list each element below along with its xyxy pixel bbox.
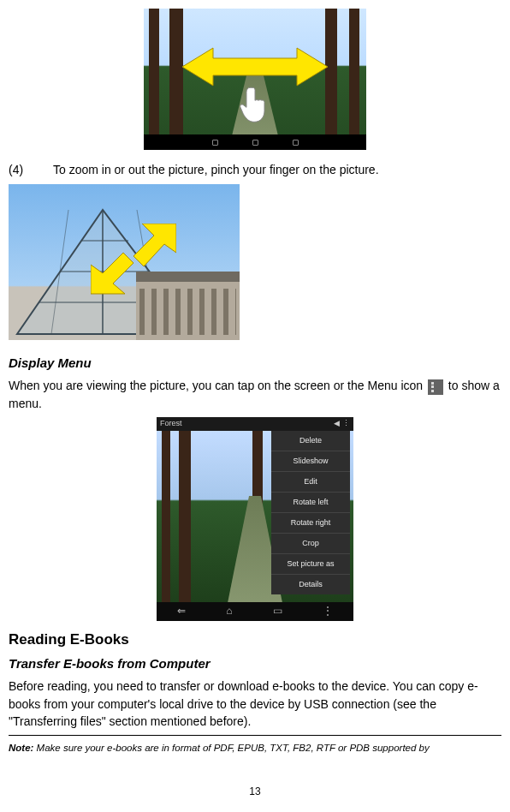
transfer-paragraph: Before reading, you need to transfer or … (9, 678, 501, 730)
step-text: To zoom in or out the picture, pinch you… (53, 161, 379, 178)
pinch-zoom-screenshot (9, 184, 240, 340)
android-nav-bar (144, 134, 366, 150)
note-text: Make sure your e-books are in format of … (33, 743, 429, 753)
display-menu-paragraph: When you are viewing the picture, you ca… (9, 377, 501, 412)
page-number: 13 (9, 785, 501, 799)
menu-item[interactable]: Slideshow (271, 451, 350, 472)
menu-icon (428, 379, 443, 395)
step-number: (4) (9, 161, 38, 178)
step-4: (4) To zoom in or out the picture, pinch… (9, 161, 501, 178)
note-label: Note: (9, 743, 33, 753)
forest-swipe-screenshot (144, 9, 366, 150)
note-line: Note: Make sure your e-books are in form… (9, 741, 501, 755)
divider (9, 735, 501, 736)
status-icons: ◀ ⋮ (334, 418, 350, 429)
display-menu-screenshot: Forest ◀ ⋮ Delete Slideshow Edit Rotate … (157, 417, 353, 621)
menu-item[interactable]: Crop (271, 534, 350, 554)
context-menu: Delete Slideshow Edit Rotate left Rotate… (271, 431, 350, 594)
status-title: Forest (160, 418, 182, 429)
menu-item[interactable]: Delete (271, 431, 350, 451)
svg-marker-8 (133, 224, 176, 266)
menu-item[interactable]: Edit (271, 472, 350, 493)
svg-marker-0 (182, 48, 328, 86)
display-menu-text-before: When you are viewing the picture, you ca… (9, 379, 426, 392)
recent-icon[interactable]: ▭ (273, 604, 282, 618)
display-menu-heading: Display Menu (9, 354, 501, 373)
svg-marker-9 (91, 253, 133, 294)
transfer-subheading: Transfer E-books from Computer (9, 654, 501, 673)
pinch-arrows-icon (91, 224, 168, 292)
menu-item[interactable]: Rotate right (271, 513, 350, 534)
menu-item[interactable]: Details (271, 575, 350, 594)
menu-item[interactable]: Rotate left (271, 493, 350, 513)
android-nav-bar: ⇐ ⌂ ▭ ⋮ (157, 602, 353, 621)
back-icon[interactable]: ⇐ (177, 604, 186, 618)
more-icon[interactable]: ⋮ (323, 604, 333, 618)
home-icon[interactable]: ⌂ (226, 604, 232, 618)
reading-ebooks-heading: Reading E-Books (9, 630, 501, 651)
menu-item[interactable]: Set picture as (271, 554, 350, 575)
hand-pointer-icon (238, 84, 272, 129)
